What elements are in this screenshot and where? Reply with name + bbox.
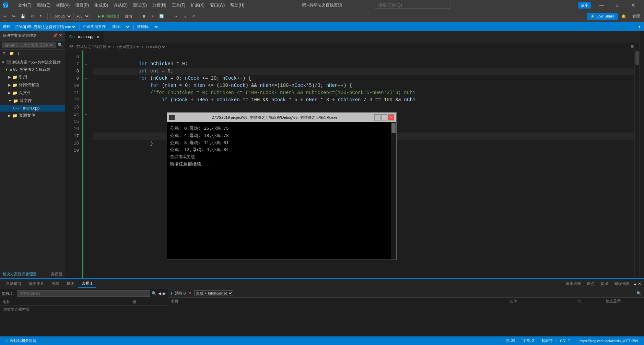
console-scrollbar-thumb[interactable] [391,123,396,133]
menu-item-帮助(H)[interactable]: 帮助(H) [227,1,247,10]
menu-item-视图(V)[interactable]: 视图(V) [53,1,72,10]
sidebar-item-references[interactable]: ▶ 📁 引用 [0,73,65,81]
sidebar-tool-collapse[interactable]: ⤵ [16,50,21,56]
sidebar-search-input[interactable] [2,42,56,48]
fold-btn-8[interactable]: ▬ [82,53,90,60]
watch-search-icon[interactable]: 🔍 [152,291,157,296]
breadcrumb-project-select[interactable]: 65--穷举法之百钱百鸡 [68,44,112,49]
toolbar-back[interactable]: ↩ [1,13,9,19]
bottom-tab-module[interactable]: 模块 [63,280,78,288]
status-line[interactable]: 行: 29 [502,338,519,343]
app-icon: VS [3,2,8,8]
main-menu[interactable]: 文件(F)编辑(E)视图(V)项目(P)生成(B)调试(D)测试(S)分析(N)… [15,1,247,10]
watch-search-input[interactable] [17,290,150,297]
pause-btn[interactable]: ⏸ [140,13,148,19]
watch-nav-forward[interactable]: ▶ [163,291,166,296]
sidebar-pin-icon[interactable]: 📌 [53,33,58,38]
bottom-tab-auto[interactable]: 自动窗口 [3,280,25,288]
notifications-btn[interactable]: 🔔 [619,13,628,19]
status-crlf[interactable]: CRLF [556,339,573,343]
menu-item-调试(D)[interactable]: 调试(D) [111,1,130,10]
bottom-tab-breakpoints[interactable]: 断点 [584,280,597,288]
console-close-btn[interactable]: ✕ [388,114,394,120]
menu-item-工具(T)[interactable]: 工具(T) [169,1,188,10]
menu-item-扩展(X)[interactable]: 扩展(X) [188,1,207,10]
tab-main-cpp[interactable]: C++ main.cpp ✕ [65,31,104,43]
sidebar-item-main-cpp[interactable]: C++ main.cpp [0,105,65,112]
sidebar-item-external-deps[interactable]: ▶ 📁 外部依赖项 [0,81,65,89]
menu-item-项目(P)[interactable]: 项目(P) [72,1,92,10]
editor-scrollbar[interactable] [634,50,639,278]
bottom-tab-call-stack[interactable]: 调用堆栈 [563,280,584,288]
search-output-icon[interactable]: 🔍 [636,291,641,296]
step-out[interactable]: ↗ [190,13,197,19]
user-avatar[interactable]: 蓝字 [578,2,591,9]
bottom-tab-watch[interactable]: 监视 1 [78,279,96,288]
split-editor-icon[interactable]: ⊞ [631,44,634,49]
sidebar-tool-files[interactable]: 📁 [8,50,15,56]
watch-add-row[interactable]: 添加要监视的项 [0,306,168,313]
menu-item-文件(F)[interactable]: 文件(F) [15,1,34,10]
sidebar-item-project[interactable]: ▼ ■ 65--穷举法之百钱百鸡 [0,66,65,73]
folder-icon: 📁 [12,75,17,80]
menu-item-编辑(E)[interactable]: 编辑(E) [34,1,53,10]
sidebar-tool-sync[interactable]: ⟳ [1,50,7,56]
debug-config-select[interactable]: Debug [50,13,72,20]
close-panel-icon[interactable]: ✕ [638,281,641,286]
tab-close-icon[interactable]: ✕ [97,35,99,39]
console-maximize-btn[interactable]: □ [381,114,387,120]
step-over[interactable]: → [172,13,180,19]
sidebar-item-solution[interactable]: ▼ ⬛ 解决方案 '*65--穷举法之百鸡' [0,59,65,66]
toolbar-redo[interactable]: ↻ [37,13,45,19]
global-search-input[interactable] [375,2,450,9]
menu-item-生成(B)[interactable]: 生成(B) [92,1,111,10]
step-into[interactable]: ↘ [181,13,188,19]
menu-item-分析(N)[interactable]: 分析(N) [150,1,169,10]
stop-btn[interactable]: ■ [149,13,156,19]
close-btn[interactable]: ✕ [625,0,641,10]
toolbar-undo[interactable]: ↺ [29,13,36,19]
scrollbar-thumb[interactable] [635,51,639,65]
status-no-issues[interactable]: ✓ 未找到相关问题 [3,338,39,343]
auto-btn[interactable]: 自动 [122,13,134,20]
bottom-tab-error-list[interactable]: 错误列表 [612,280,632,288]
menu-item-窗口(W)[interactable]: 窗口(W) [207,1,227,10]
sidebar-item-resource-files[interactable]: ▶ 📁 资源文件 [0,112,65,119]
console-minimize-btn[interactable]: — [374,114,380,120]
menu-item-测试(S)[interactable]: 测试(S) [130,1,150,10]
status-url[interactable]: https://blog.csdn.net/weixin_40071289 [576,339,641,343]
stack-select[interactable] [152,24,159,29]
intellisense-select[interactable]: 生成 + IntelliSense [194,290,233,296]
bottom-tab-output[interactable]: 输出 [598,280,611,288]
fold-btn-17[interactable]: ▬ [82,111,90,118]
minimize-btn[interactable]: — [594,0,610,10]
continue-btn[interactable]: ▶ ▶ 继续(C) [96,13,121,20]
maximize-btn[interactable]: □ [610,0,625,10]
live-share-btn[interactable]: ⚡ Live Share [587,13,618,20]
toolbar-forward[interactable]: ↪ [10,13,17,19]
manage-btn[interactable]: 管理 [630,12,643,20]
status-col[interactable]: 字符: 2 [519,338,538,343]
fold-btn-9[interactable]: ▬ [82,75,90,82]
sidebar-search-icon[interactable]: 🔍 [58,43,63,47]
bottom-tab-locals[interactable]: 局部变量 [25,280,47,288]
console-scrollbar[interactable] [391,122,396,260]
solution-explorer-link[interactable]: 解决方案资源管理器 [3,272,37,277]
class-view-link[interactable]: 类视图 [51,272,62,277]
breadcrumb-scope-select[interactable]: (全局范围) [116,44,141,49]
breadcrumb-function-select[interactable]: ⊙ main() [144,44,166,49]
process-select[interactable]: [9940] 65--穷举法之百钱百鸡.exe [14,24,77,29]
sidebar-close-icon[interactable]: ✕ [59,33,62,38]
restart-btn[interactable]: 🔄 [157,13,166,19]
sidebar-item-headers[interactable]: ▶ 📁 头文件 [0,89,65,97]
toolbar-save[interactable]: 💾 [19,13,27,19]
sidebar-item-source-files[interactable]: ▼ 📁 源文件 [0,97,65,105]
expand-panel-icon[interactable]: ▲ [633,281,637,286]
process-bar-expand[interactable]: ▼ [638,25,641,28]
console-output: 公鸡: 0,母鸡: 25,小鸡:75公鸡: 4,母鸡: 18,小鸡:78公鸡: … [167,122,391,260]
platform-select[interactable]: x86 [73,13,90,20]
watch-nav-back[interactable]: ◀ [158,291,161,296]
status-encoding[interactable]: 制表符 [538,338,556,343]
bottom-tab-thread[interactable]: 线程 [48,280,62,288]
thread-select[interactable] [124,24,130,29]
